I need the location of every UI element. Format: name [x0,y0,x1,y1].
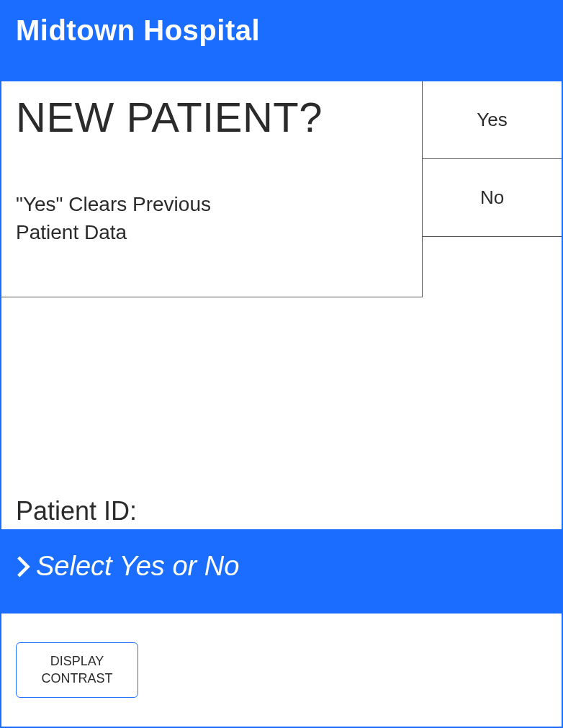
question-subtitle-line1: "Yes" Clears Previous [16,193,211,215]
screen-container: Midtown Hospital NEW PATIENT? "Yes" Clea… [0,0,563,728]
yes-no-column: Yes No [423,81,562,297]
bottom-area: DISPLAY CONTRAST [1,614,562,727]
contrast-line2: CONTRAST [42,671,113,686]
chevron-right-icon [16,554,32,580]
prompt-text: Select Yes or No [36,551,239,582]
no-button[interactable]: No [423,159,562,237]
hospital-title: Midtown Hospital [16,14,547,47]
question-panel: NEW PATIENT? "Yes" Clears Previous Patie… [1,81,562,297]
contrast-line1: DISPLAY [50,654,104,668]
yes-button[interactable]: Yes [423,81,562,159]
question-box: NEW PATIENT? "Yes" Clears Previous Patie… [1,81,423,297]
question-title: NEW PATIENT? [16,93,407,141]
yes-no-spacer [423,237,562,297]
header-bar: Midtown Hospital [1,1,562,81]
mid-spacer [1,297,562,496]
question-subtitle: "Yes" Clears Previous Patient Data [16,190,246,246]
prompt-bar: Select Yes or No [1,529,562,614]
display-contrast-button[interactable]: DISPLAY CONTRAST [16,642,138,698]
question-subtitle-line2: Patient Data [16,221,127,243]
patient-id-label: Patient ID: [1,496,562,529]
